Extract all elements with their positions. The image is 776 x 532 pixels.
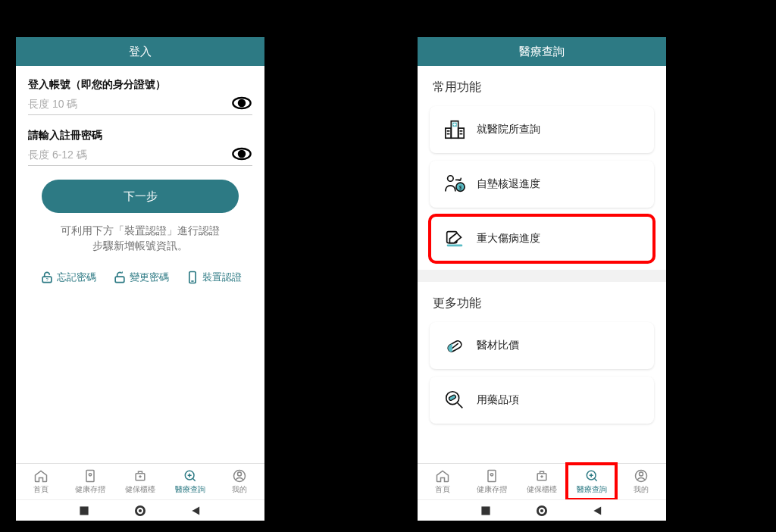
hint-line2: 步驟新增帳號資訊。 <box>92 240 188 252</box>
svg-rect-15 <box>80 506 88 515</box>
tab-label: 健保櫃檯 <box>125 484 155 495</box>
section-frequent-title: 常用功能 <box>418 66 666 102</box>
svg-point-14 <box>238 472 242 476</box>
account-label: 登入帳號（即您的身分證號） <box>28 78 252 92</box>
counter-icon <box>133 468 148 483</box>
svg-rect-31 <box>447 245 463 247</box>
func-material-price[interactable]: 醫材比價 <box>430 322 654 369</box>
counter-icon <box>534 468 549 483</box>
eye-icon[interactable] <box>231 92 252 114</box>
tab-counter[interactable]: 健保櫃檯 <box>517 464 567 499</box>
tab-home[interactable]: 首頁 <box>418 464 468 499</box>
android-nav <box>418 499 666 521</box>
person-money-icon: $ <box>443 173 466 196</box>
tab-mine[interactable]: 我的 <box>214 464 264 499</box>
phone-icon <box>185 270 200 285</box>
healthbook-icon <box>83 468 98 483</box>
lock-question-icon: ? <box>39 270 55 285</box>
eye-icon[interactable] <box>231 143 252 164</box>
user-icon <box>232 468 247 483</box>
tab-mine[interactable]: 我的 <box>616 464 666 499</box>
svg-point-1 <box>239 100 245 106</box>
nav-square-icon[interactable] <box>79 505 89 516</box>
account-input[interactable] <box>28 92 231 114</box>
tab-label: 首頁 <box>435 484 450 495</box>
tab-label: 健康存摺 <box>75 484 105 495</box>
svg-text:$: $ <box>459 185 462 190</box>
app-bar-title: 醫療查詢 <box>519 45 565 59</box>
svg-rect-6 <box>115 277 124 283</box>
func-label: 自墊核退進度 <box>477 177 540 191</box>
svg-point-27 <box>448 176 454 182</box>
account-input-row <box>28 92 252 115</box>
app-bar-title: 登入 <box>129 45 152 59</box>
pill-search-icon <box>443 389 466 412</box>
android-nav <box>16 499 264 521</box>
svg-text:?: ? <box>45 277 48 282</box>
section-gap <box>418 270 666 282</box>
form-edit-icon <box>443 227 466 250</box>
medical-body: 常用功能 就醫院所查詢 $ 自墊核退進度 重大傷病進度 <box>418 66 666 463</box>
login-body: 登入帳號（即您的身分證號） 請輸入註冊密碼 下一步 可利用下方「裝置認證」進行認… <box>16 66 264 463</box>
tab-label: 我的 <box>232 484 247 495</box>
hint-line1: 可利用下方「裝置認證」進行認證 <box>61 225 220 236</box>
user-icon <box>634 468 649 483</box>
func-hospital-lookup[interactable]: 就醫院所查詢 <box>430 106 654 153</box>
login-screen: 登入 登入帳號（即您的身分證號） 請輸入註冊密碼 下一步 可利用下方「裝置認證」… <box>15 36 265 521</box>
func-label: 用藥品項 <box>477 393 519 407</box>
app-bar: 登入 <box>16 37 264 66</box>
link-row: ? 忘記密碼 變更密碼 裝置認證 <box>28 270 252 285</box>
nav-square-icon[interactable] <box>480 505 491 516</box>
svg-point-3 <box>239 151 245 157</box>
func-major-illness-progress[interactable]: 重大傷病進度 <box>430 215 654 262</box>
tab-healthbook[interactable]: 健康存摺 <box>66 464 116 499</box>
func-medication[interactable]: 用藥品項 <box>430 377 654 424</box>
func-label: 就醫院所查詢 <box>477 123 540 136</box>
password-input[interactable] <box>28 142 231 165</box>
hint-text: 可利用下方「裝置認證」進行認證 步驟新增帳號資訊。 <box>28 224 252 255</box>
nav-back-icon[interactable] <box>593 505 603 516</box>
home-icon <box>33 468 48 483</box>
svg-point-43 <box>540 509 543 512</box>
tab-bar: 首頁 健康存摺 健保櫃檯 醫療查詢 我的 <box>418 463 666 499</box>
medical-icon <box>183 468 198 483</box>
tab-medical[interactable]: 醫療查詢 <box>165 464 215 499</box>
healthbook-icon <box>484 468 499 483</box>
medical-icon <box>584 468 599 483</box>
tab-label: 醫療查詢 <box>577 484 607 495</box>
home-icon <box>435 468 450 483</box>
tab-medical[interactable]: 醫療查詢 <box>567 464 617 499</box>
tab-label: 我的 <box>634 484 649 495</box>
tab-home[interactable]: 首頁 <box>16 464 66 499</box>
tab-label: 醫療查詢 <box>175 484 205 495</box>
svg-rect-20 <box>446 128 452 138</box>
link-label: 變更密碼 <box>130 271 169 284</box>
nav-back-icon[interactable] <box>191 505 202 516</box>
nav-circle-icon[interactable] <box>537 505 547 516</box>
func-reimburse-progress[interactable]: $ 自墊核退進度 <box>430 161 654 208</box>
svg-point-40 <box>640 472 643 476</box>
svg-point-36 <box>491 474 493 476</box>
svg-rect-21 <box>458 128 465 138</box>
forgot-password-link[interactable]: ? 忘記密碼 <box>39 270 96 285</box>
password-input-row <box>28 142 252 166</box>
device-auth-link[interactable]: 裝置認證 <box>185 270 242 285</box>
change-password-link[interactable]: 變更密碼 <box>112 270 169 285</box>
app-bar: 醫療查詢 <box>418 37 666 66</box>
section-more-title: 更多功能 <box>418 282 666 318</box>
svg-rect-41 <box>481 506 490 515</box>
lock-refresh-icon <box>112 270 127 285</box>
hospital-icon <box>443 118 466 141</box>
nav-circle-icon[interactable] <box>135 505 146 516</box>
tab-healthbook[interactable]: 健康存摺 <box>468 464 518 499</box>
tab-label: 健康存摺 <box>477 484 507 495</box>
svg-point-17 <box>139 509 142 512</box>
pill-icon <box>443 334 466 357</box>
tab-counter[interactable]: 健保櫃檯 <box>115 464 165 499</box>
tab-bar: 首頁 健康存摺 健保櫃檯 醫療查詢 我的 <box>16 463 264 499</box>
link-label: 裝置認證 <box>202 271 242 284</box>
next-button[interactable]: 下一步 <box>42 180 239 213</box>
link-label: 忘記密碼 <box>57 271 96 284</box>
func-label: 醫材比價 <box>477 339 519 352</box>
func-label: 重大傷病進度 <box>477 232 540 246</box>
